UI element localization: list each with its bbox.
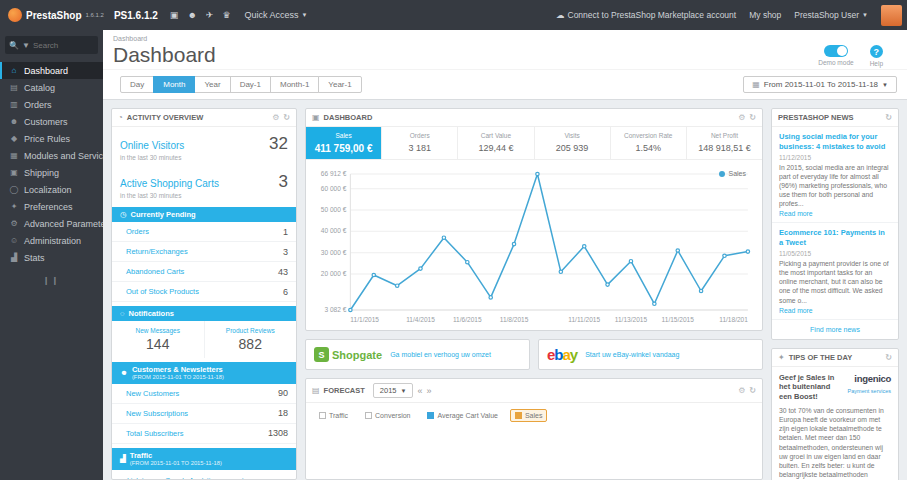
toggle-sales[interactable]: Sales [510, 409, 548, 422]
localization-icon: ◯ [9, 185, 19, 194]
range-month-1-button[interactable]: Month-1 [270, 76, 319, 93]
kpi-cart-value[interactable]: Cart Value 129,44 € [458, 127, 534, 159]
sidebar-item-localization[interactable]: ◯ Localization [0, 181, 103, 198]
toggle-traffic[interactable]: Traffic [314, 409, 353, 422]
pending-returns-row[interactable]: Return/Exchanges 3 [112, 242, 296, 262]
kpi-value: 205 939 [538, 143, 607, 153]
svg-text:11/1/2015: 11/1/2015 [350, 316, 379, 323]
new-messages-cell[interactable]: New Messages 144 [112, 321, 205, 358]
sidebar-item-orders[interactable]: ▥ Orders [0, 96, 103, 113]
sidebar-item-stats[interactable]: ▟ Stats [0, 249, 103, 266]
find-more-news-link[interactable]: Find more news [772, 320, 898, 339]
checkbox-icon [427, 412, 434, 419]
product-reviews-cell[interactable]: Product Reviews 882 [205, 321, 297, 358]
sidebar-item-customers[interactable]: ☻ Customers [0, 113, 103, 130]
news-article-title[interactable]: Ecommerce 101: Payments in a Tweet [779, 228, 891, 248]
range-year-1-button[interactable]: Year-1 [318, 76, 361, 93]
help-icon[interactable]: ? [870, 45, 883, 58]
svg-text:30 000 €: 30 000 € [321, 249, 347, 256]
sidebar-item-label: Administration [24, 236, 81, 246]
refresh-icon[interactable]: ↻ [283, 113, 290, 122]
svg-text:11/15/2015: 11/15/2015 [662, 316, 695, 323]
sidebar-item-shipping[interactable]: ▣ Shipping [0, 164, 103, 181]
user-menu[interactable]: PrestaShop User ▼ [794, 10, 868, 20]
active-carts-label[interactable]: Active Shopping Carts [120, 178, 279, 189]
ebay-promo-link[interactable]: Start uw eBay-winkel vandaag [585, 351, 679, 358]
quick-access-menu[interactable]: Quick Access ▼ [244, 10, 307, 20]
shopgate-promo-card[interactable]: S Shopgate Ga mobiel en verhoog uw omzet [305, 339, 530, 370]
gear-icon[interactable]: ⚙ [738, 113, 745, 122]
total-subscribers-row[interactable]: Total Subscribers 1308 [112, 424, 296, 444]
forecast-next-button[interactable]: » [426, 386, 431, 396]
toggle-label: Conversion [375, 412, 410, 419]
sidebar-item-label: Price Rules [24, 134, 70, 144]
search-icon: 🔍 [9, 41, 19, 50]
forecast-icon: ▤ [312, 386, 320, 395]
rocket-icon[interactable]: ✈ [206, 10, 214, 20]
prestashop-logo[interactable]: PrestaShop 1.6.1.2 [0, 8, 104, 22]
tips-headline: Geef je Sales in het buitenland een Boos… [779, 373, 844, 402]
read-more-link[interactable]: Read more [779, 210, 891, 217]
search-input[interactable] [33, 41, 91, 50]
date-range-picker[interactable]: ▦ From 2015-11-01 To 2015-11-18 ▼ [743, 76, 897, 93]
chevron-down-icon: ▼ [862, 12, 868, 18]
my-shop-link[interactable]: My shop [749, 10, 781, 20]
read-more-link[interactable]: Read more [779, 307, 891, 314]
demo-mode-label: Demo mode [818, 59, 853, 66]
sidebar-item-price-rules[interactable]: ◆ Price Rules [0, 130, 103, 147]
sidebar-collapse-button[interactable]: ❙❙ [0, 276, 103, 285]
new-customers-row[interactable]: New Customers 90 [112, 384, 296, 404]
profile-icon[interactable]: ☻ [187, 10, 196, 20]
gear-icon[interactable]: ⚙ [272, 113, 279, 122]
toggle-conversion[interactable]: Conversion [360, 409, 415, 422]
range-day-1-button[interactable]: Day-1 [230, 76, 271, 93]
cart-icon[interactable]: ▣ [170, 10, 179, 20]
ebay-promo-card[interactable]: ebay Start uw eBay-winkel vandaag [538, 339, 763, 370]
marketplace-connect-link[interactable]: ☁ Connect to PrestaShop Marketplace acco… [556, 10, 736, 20]
google-analytics-link[interactable]: ∞ Link to your Google Analytics account [112, 470, 296, 480]
forecast-year-select[interactable]: 2015 ▼ [373, 383, 414, 398]
range-month-button[interactable]: Month [153, 76, 195, 93]
svg-text:11/11/2015: 11/11/2015 [568, 316, 600, 323]
sidebar-item-catalog[interactable]: ▤ Catalog [0, 79, 103, 96]
avatar[interactable] [881, 5, 902, 26]
refresh-icon[interactable]: ↻ [885, 353, 892, 362]
sidebar-item-administration[interactable]: ☺ Administration [0, 232, 103, 249]
demo-mode-toggle[interactable] [824, 45, 848, 57]
news-article: Using social media for your business: 4 … [772, 127, 898, 223]
pending-orders-row[interactable]: Orders 1 [112, 222, 296, 242]
bell-icon: ◌ [120, 309, 124, 318]
gear-icon[interactable]: ⚙ [738, 386, 745, 395]
refresh-icon[interactable]: ↻ [749, 386, 756, 395]
chevron-down-icon[interactable]: ▼ [22, 41, 30, 50]
refresh-icon[interactable]: ↻ [749, 113, 756, 122]
kpi-visits[interactable]: Visits 205 939 [535, 127, 611, 159]
forecast-prev-button[interactable]: « [417, 386, 422, 396]
news-article-title[interactable]: Using social media for your business: 4 … [779, 132, 891, 152]
shopgate-promo-link[interactable]: Ga mobiel en verhoog uw omzet [390, 351, 491, 358]
toggle-average-cart-value[interactable]: Average Cart Value [422, 409, 502, 422]
sidebar-item-advanced-parameters[interactable]: ⚙ Advanced Parameters [0, 215, 103, 232]
kpi-sales[interactable]: Sales 411 759,00 € [306, 127, 382, 159]
kpi-conversion-rate[interactable]: Conversion Rate 1.54% [611, 127, 687, 159]
sidebar-item-preferences[interactable]: ✦ Preferences [0, 198, 103, 215]
abandoned-carts-row[interactable]: Abandoned Carts 43 [112, 262, 296, 282]
row-label: New Subscriptions [126, 409, 278, 418]
trophy-icon[interactable]: ♛ [222, 10, 230, 20]
kpi-net-profit[interactable]: Net Profit 148 918,51 € [687, 127, 762, 159]
range-year-button[interactable]: Year [194, 76, 230, 93]
range-day-button[interactable]: Day [120, 76, 154, 93]
topbar-right: ☁ Connect to PrestaShop Marketplace acco… [556, 5, 907, 26]
out-of-stock-row[interactable]: Out of Stock Products 6 [112, 282, 296, 302]
kpi-value: 148 918,51 € [690, 143, 759, 153]
kpi-orders[interactable]: Orders 3 181 [382, 127, 458, 159]
sidebar-item-modules[interactable]: ▦ Modules and Services [0, 147, 103, 164]
shopgate-icon: S [314, 347, 329, 362]
breadcrumb[interactable]: Dashboard [113, 35, 897, 42]
sidebar-item-dashboard[interactable]: ⌂ Dashboard [0, 62, 103, 79]
new-subscriptions-row[interactable]: New Subscriptions 18 [112, 404, 296, 424]
refresh-icon[interactable]: ↻ [885, 113, 892, 122]
shopgate-brand: Shopgate [332, 349, 382, 361]
sidebar-search[interactable]: 🔍 ▼ [5, 36, 98, 54]
online-visitors-label[interactable]: Online Visitors [120, 140, 269, 151]
